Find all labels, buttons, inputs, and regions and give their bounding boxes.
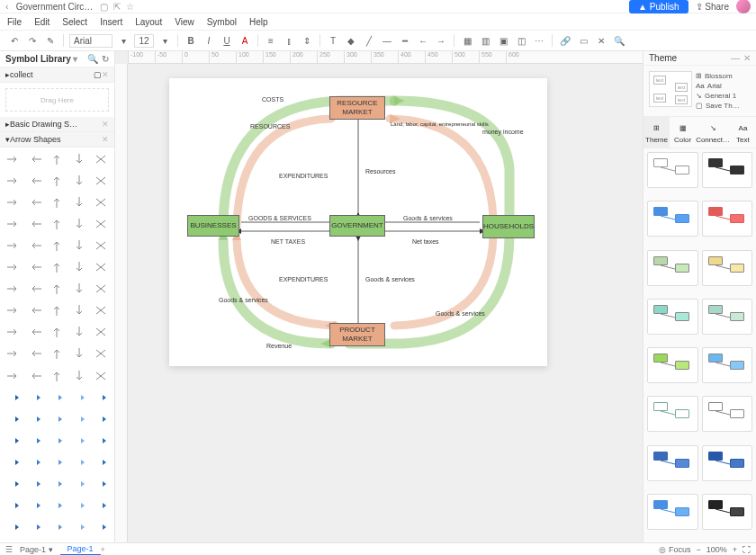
size-dropdown-icon[interactable]: ▾	[158, 33, 172, 48]
shape-arrow-c29[interactable]	[91, 497, 111, 514]
shape-arrow-c7[interactable]	[47, 411, 67, 427]
minimize-icon[interactable]: —	[731, 53, 740, 63]
shape-arrow-15[interactable]	[4, 216, 23, 232]
avatar[interactable]	[736, 0, 751, 13]
shape-arrow-c6[interactable]	[25, 411, 45, 427]
shape-arrow-4[interactable]	[91, 151, 111, 167]
shape-arrow-c25[interactable]	[4, 497, 23, 514]
tab-theme[interactable]: ⊞Theme	[644, 117, 670, 148]
format-painter-icon[interactable]: ✎	[43, 33, 58, 48]
node-businesses[interactable]: BUSINESSES	[187, 215, 239, 237]
trash-icon[interactable]: ✕	[594, 33, 608, 48]
arrow-start-icon[interactable]: ←	[416, 33, 430, 48]
star-icon[interactable]: ☆	[126, 2, 134, 12]
shape-arrow-24[interactable]	[91, 237, 111, 254]
shape-arrow-c32[interactable]	[47, 519, 67, 535]
page-tab-1[interactable]: Page-1	[60, 543, 101, 556]
shape-arrow-30[interactable]	[4, 281, 23, 297]
shape-arrow-26[interactable]	[25, 259, 45, 275]
shape-arrow-28[interactable]	[69, 259, 89, 275]
shape-arrow-35[interactable]	[4, 302, 23, 318]
shape-arrow-c21[interactable]	[25, 476, 45, 492]
node-resource-market[interactable]: RESOURCE MARKET	[329, 96, 385, 120]
theme-8[interactable]	[647, 347, 698, 383]
search-library-icon[interactable]: 🔍	[87, 54, 98, 64]
opt-save-theme[interactable]: ▢Save Th…	[696, 101, 751, 111]
shape-arrow-5[interactable]	[4, 173, 23, 189]
shape-arrow-14[interactable]	[91, 194, 111, 210]
node-households[interactable]: HOUSEHOLDS	[482, 215, 535, 238]
shape-arrow-52[interactable]	[47, 368, 67, 384]
underline-icon[interactable]: U	[220, 33, 234, 48]
theme-13[interactable]	[702, 445, 753, 481]
search-icon[interactable]: 🔍	[612, 33, 626, 48]
shape-arrow-c22[interactable]	[47, 476, 67, 492]
node-government[interactable]: GOVERNMENT	[329, 215, 385, 237]
page-dropdown[interactable]: Page-1 ▾	[13, 544, 60, 555]
shape-arrow-c18[interactable]	[69, 454, 89, 470]
redo-icon[interactable]: ↷	[25, 33, 40, 48]
theme-12[interactable]	[647, 445, 698, 481]
menu-symbol[interactable]: Symbol	[207, 17, 237, 27]
shape-arrow-c12[interactable]	[47, 433, 67, 449]
shape-arrow-40[interactable]	[4, 324, 23, 340]
shape-arrow-c14[interactable]	[91, 433, 111, 449]
distribute-icon[interactable]: ▥	[478, 33, 492, 48]
shape-arrow-22[interactable]	[47, 237, 67, 254]
shape-arrow-44[interactable]	[91, 324, 111, 340]
page-icon[interactable]: ▭	[576, 33, 590, 48]
shape-arrow-c24[interactable]	[91, 476, 111, 492]
shape-arrow-c15[interactable]	[4, 454, 23, 470]
shape-arrow-2[interactable]	[47, 151, 67, 167]
shape-arrow-39[interactable]	[91, 302, 111, 318]
shape-arrow-c28[interactable]	[69, 497, 89, 514]
shape-arrow-c5[interactable]	[4, 411, 23, 427]
more-icon[interactable]: ⋯	[532, 33, 546, 48]
shape-arrow-c13[interactable]	[69, 433, 89, 449]
shape-arrow-c1[interactable]	[25, 389, 45, 406]
theme-11[interactable]	[702, 396, 753, 432]
shape-arrow-c11[interactable]	[25, 433, 45, 449]
shape-arrow-9[interactable]	[91, 173, 111, 189]
shape-arrow-19[interactable]	[91, 216, 111, 232]
menu-insert[interactable]: Insert	[100, 17, 122, 27]
line-style-icon[interactable]: ―	[380, 33, 394, 48]
menu-layout[interactable]: Layout	[135, 17, 162, 27]
shape-arrow-50[interactable]	[4, 368, 23, 384]
shape-arrow-31[interactable]	[25, 281, 45, 297]
line-weight-icon[interactable]: ━	[398, 33, 412, 48]
bold-icon[interactable]: B	[184, 33, 198, 48]
undo-icon[interactable]: ↶	[7, 33, 22, 48]
shape-arrow-23[interactable]	[69, 237, 89, 254]
save-icon[interactable]: ▢	[100, 2, 108, 12]
shape-arrow-46[interactable]	[25, 345, 45, 362]
shape-arrow-47[interactable]	[47, 345, 67, 362]
theme-4[interactable]	[647, 250, 698, 286]
shape-arrow-c33[interactable]	[69, 519, 89, 535]
shape-arrow-25[interactable]	[4, 259, 23, 275]
node-product-market[interactable]: PRODUCT MARKET	[329, 323, 385, 346]
shape-arrow-49[interactable]	[91, 345, 111, 362]
zoom-out-icon[interactable]: −	[696, 545, 700, 554]
shape-arrow-21[interactable]	[25, 237, 45, 254]
arrow-end-icon[interactable]: →	[434, 33, 448, 48]
theme-7[interactable]	[702, 299, 753, 335]
shape-arrow-29[interactable]	[91, 259, 111, 275]
shape-arrow-48[interactable]	[69, 345, 89, 362]
shape-arrow-c30[interactable]	[4, 519, 23, 535]
shape-arrow-12[interactable]	[47, 194, 67, 210]
shape-arrow-18[interactable]	[69, 216, 89, 232]
drag-target[interactable]: Drag Here	[5, 88, 109, 112]
shape-arrow-c2[interactable]	[47, 389, 67, 406]
shape-arrow-53[interactable]	[69, 368, 89, 384]
shape-arrow-c26[interactable]	[25, 497, 45, 514]
theme-10[interactable]	[647, 396, 698, 432]
group-icon[interactable]: ▣	[496, 33, 510, 48]
layer-icon[interactable]: ◫	[514, 33, 528, 48]
menu-help[interactable]: Help	[249, 17, 268, 27]
opt-general[interactable]: ↘General 1	[696, 91, 751, 101]
shape-arrow-c4[interactable]	[91, 389, 111, 406]
theme-14[interactable]	[647, 494, 698, 530]
shape-arrow-c16[interactable]	[25, 454, 45, 470]
arrow-shapes-section[interactable]: ▾ Arrow Shapes✕	[0, 132, 114, 148]
